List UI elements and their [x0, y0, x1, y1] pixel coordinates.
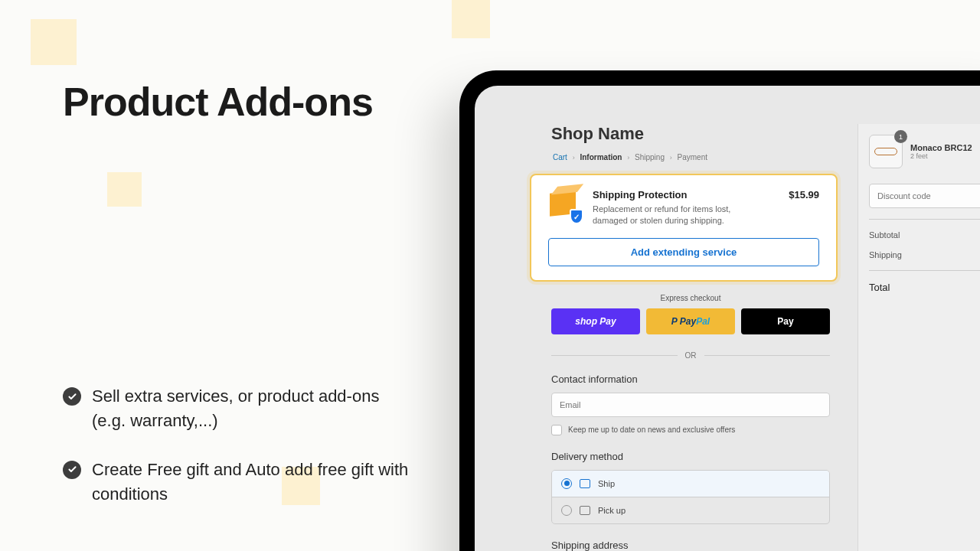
cart-item-variant: 2 feet — [910, 152, 972, 160]
addon-price: $15.99 — [789, 189, 819, 201]
decor-square — [31, 19, 77, 65]
page-title: Product Add-ons — [63, 80, 415, 124]
shop-pay-button[interactable]: shop Pay — [551, 308, 640, 334]
divider — [869, 219, 980, 220]
device-frame: Shop Name Cart › Information › Shipping … — [459, 70, 980, 551]
delivery-ship-option[interactable]: Ship — [552, 471, 829, 497]
shipping-label: Shipping — [869, 250, 902, 259]
quantity-badge: 1 — [894, 130, 907, 143]
breadcrumb: Cart › Information › Shipping › Payment — [551, 153, 830, 161]
total-label: Total — [869, 282, 890, 293]
email-field[interactable] — [551, 393, 830, 417]
shop-name: Shop Name — [551, 124, 830, 144]
shipping-address-heading: Shipping address — [551, 540, 830, 551]
addon-description: Replacement or refund for items lost, da… — [593, 204, 761, 227]
chevron-right-icon: › — [670, 154, 672, 161]
express-checkout-label: Express checkout — [551, 294, 830, 302]
subtotal-label: Subtotal — [869, 230, 900, 240]
addon-title: Shipping Protection — [593, 189, 776, 201]
add-extending-service-button[interactable]: Add extending service — [548, 238, 819, 266]
apple-pay-button[interactable]: Pay — [741, 308, 830, 334]
radio-selected-icon — [561, 478, 572, 489]
cart-item-name: Monaco BRC12 — [910, 143, 972, 152]
breadcrumb-information: Information — [580, 153, 622, 161]
store-icon — [580, 506, 590, 515]
feature-text: Sell extra services, or product add-ons … — [92, 384, 415, 433]
cart-line-item: 1 Monaco BRC12 2 feet — [869, 135, 980, 168]
feature-bullet: Create Free gift and Auto add free gift … — [63, 458, 415, 507]
paypal-button[interactable]: P PayPal — [646, 308, 735, 334]
marketing-optin-label: Keep me up to date on news and exclusive… — [568, 425, 735, 434]
chevron-right-icon: › — [573, 154, 575, 161]
check-icon — [63, 387, 81, 406]
radio-unselected-icon — [561, 505, 572, 516]
breadcrumb-payment: Payment — [678, 153, 707, 161]
glasses-icon — [874, 148, 897, 155]
product-thumbnail: 1 — [869, 135, 903, 168]
truck-icon — [580, 479, 590, 488]
feature-bullet: Sell extra services, or product add-ons … — [63, 384, 415, 433]
divider-or: OR — [551, 351, 830, 360]
decor-square — [452, 0, 490, 38]
addon-card: Shipping Protection Replacement or refun… — [530, 174, 838, 282]
delivery-pickup-option[interactable]: Pick up — [552, 497, 829, 523]
feature-text: Create Free gift and Auto add free gift … — [92, 458, 415, 507]
marketing-optin-checkbox[interactable] — [551, 425, 562, 435]
chevron-right-icon: › — [627, 154, 629, 161]
breadcrumb-shipping: Shipping — [635, 153, 665, 161]
contact-heading: Contact information — [551, 373, 830, 385]
delivery-heading: Delivery method — [551, 451, 830, 462]
discount-code-field[interactable] — [869, 184, 980, 208]
breadcrumb-cart[interactable]: Cart — [553, 153, 567, 161]
check-icon — [63, 461, 81, 479]
divider — [869, 270, 980, 271]
package-shield-icon — [548, 189, 580, 221]
